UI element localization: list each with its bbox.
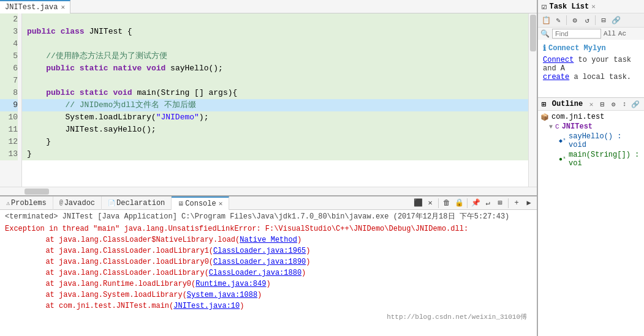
package-name: com.jni.test xyxy=(551,113,604,121)
link-6[interactable]: System.java:1088 xyxy=(187,291,257,299)
connect-mylyn-title: ℹ Connect Mylyn xyxy=(543,43,639,53)
word-wrap-btn[interactable]: ↵ xyxy=(482,198,493,209)
outline-package[interactable]: 📦 com.jni.test xyxy=(539,112,643,122)
method-main-label: main(String[]) : voi xyxy=(569,151,642,168)
display-selected-btn[interactable]: ▶ xyxy=(523,198,534,209)
code-line-7 xyxy=(22,75,528,87)
link-3[interactable]: ClassLoader.java:1890 xyxy=(213,258,306,266)
code-text: } xyxy=(27,148,32,160)
console-output[interactable]: <terminated> JNITest [Java Application] … xyxy=(0,210,537,336)
code-text: ); xyxy=(199,111,209,124)
link-1[interactable]: Native Method xyxy=(240,236,297,244)
outline-toolbar: ⊟ ⚙ ↕ 🔗 xyxy=(597,99,640,109)
declaration-icon: 📄 xyxy=(108,200,115,207)
scroll-lock-btn[interactable]: 🔒 xyxy=(453,198,464,209)
method-static-icon: ◆ˢ xyxy=(559,137,566,144)
link-2[interactable]: ClassLoader.java:1965 xyxy=(213,247,306,255)
stop-btn[interactable]: ⬛ xyxy=(412,198,423,209)
tab-javadoc[interactable]: @ Javadoc xyxy=(53,196,102,210)
console-close-icon[interactable]: ✕ xyxy=(219,200,223,207)
filter-ac-label[interactable]: Ac xyxy=(618,30,626,37)
editor-tab-jnitest[interactable]: JNITest.java ✕ xyxy=(0,0,70,13)
open-console-btn[interactable]: ⊞ xyxy=(494,198,506,209)
method-sayhello-label: sayHello() : void xyxy=(569,132,642,149)
stack-line-7: at com.jni.test.JNITest.main(JNITest.jav… xyxy=(5,301,532,312)
pin-console-btn[interactable]: 📌 xyxy=(470,198,481,209)
console-icon: 🖥 xyxy=(178,200,184,207)
code-line-13: } xyxy=(22,148,528,160)
task-search-input[interactable] xyxy=(552,29,601,39)
link-4[interactable]: ClassLoader.java:1880 xyxy=(209,269,301,277)
method-call: System.loadLibrary( xyxy=(27,111,156,124)
connect-create-text: create a local task. xyxy=(543,73,639,81)
scroll-thumb[interactable] xyxy=(530,15,536,51)
info-icon: ℹ xyxy=(543,43,546,53)
code-line-11: JNITest.sayHello(); xyxy=(22,124,528,136)
line-num-10: 10 xyxy=(0,111,18,124)
line-num-11: 11 xyxy=(0,124,18,136)
method-name: sayHello(); xyxy=(170,62,223,75)
h-scroll-thumb[interactable] xyxy=(25,189,49,195)
link-5[interactable]: Runtime.java:849 xyxy=(195,280,266,288)
line-num-2: 2 xyxy=(0,13,18,26)
task-filter-btn[interactable]: ⚙ xyxy=(569,15,580,26)
code-lines[interactable]: public class JNITest { //使用静态方法只是为了测试方便 … xyxy=(22,13,528,187)
filter-all-label[interactable]: All xyxy=(604,30,616,37)
tab-close-icon[interactable]: ✕ xyxy=(61,3,65,11)
expand-arrow-icon: ▼ xyxy=(549,124,553,130)
tab-declaration[interactable]: 📄 Declaration xyxy=(102,196,172,210)
connect-title-text: Connect Mylyn xyxy=(548,44,606,53)
line-numbers: 2 3 4 5 6 7 8 9 10 11 12 13 xyxy=(0,13,22,187)
watermark-text: http://blog.csdn.net/weixin_31010傅 xyxy=(5,312,532,325)
outline-close-icon[interactable]: ✕ xyxy=(589,100,594,108)
tab-problems-label: Problems xyxy=(11,199,47,207)
keyword: public xyxy=(27,87,75,99)
package-icon: 📦 xyxy=(540,113,549,121)
code-text: JNITest.sayHello(); xyxy=(27,124,156,136)
new-console-btn[interactable]: + xyxy=(511,198,522,209)
outline-class-item[interactable]: ▼ C JNITest xyxy=(539,122,643,132)
outline-collapse-btn[interactable]: ⊟ xyxy=(597,99,607,109)
outline-filter-btn[interactable]: ⚙ xyxy=(608,99,618,109)
code-line-5: //使用静态方法只是为了测试方便 xyxy=(22,50,528,62)
outline-method-main[interactable]: ●ˢ main(String[]) : voi xyxy=(539,150,643,168)
clear-btn[interactable]: 🗑 xyxy=(441,198,452,209)
task-refresh-btn[interactable]: ↺ xyxy=(581,15,593,26)
create-link[interactable]: create xyxy=(543,73,569,81)
outline-sort-btn[interactable]: ↕ xyxy=(619,99,629,109)
horizontal-scrollbar[interactable] xyxy=(0,187,537,195)
outline-method-sayhello[interactable]: ◆ˢ sayHello() : void xyxy=(539,132,643,150)
line-num-8: 8 xyxy=(0,87,18,99)
stack-line-2: at java.lang.ClassLoader.loadLibrary1(Cl… xyxy=(5,245,532,256)
code-line-10: System.loadLibrary("JNIDemo"); xyxy=(22,111,528,124)
tab-javadoc-label: Javadoc xyxy=(64,199,95,207)
comment: //使用静态方法只是为了测试方便 xyxy=(27,50,167,62)
outline-content: 📦 com.jni.test ▼ C JNITest ◆ˢ sayHello()… xyxy=(538,111,644,336)
keyword: public xyxy=(27,26,56,38)
connect-link[interactable]: Connect xyxy=(543,56,574,64)
link-7[interactable]: JNITest.java:10 xyxy=(173,302,240,310)
tab-label: JNITest.java xyxy=(5,3,58,12)
task-list-panel: ☑ Task List ✕ 📋 ✎ ⚙ ↺ ⊟ 🔗 🔍 All Ac ℹ Con… xyxy=(538,0,644,98)
toolbar-sep-3 xyxy=(508,198,509,208)
task-collapse-btn[interactable]: ⊟ xyxy=(598,15,609,26)
task-edit-btn[interactable]: ✎ xyxy=(553,15,564,26)
console-toolbar-right: ⬛ ✕ 🗑 🔒 📌 ↵ ⊞ + ▶ xyxy=(412,198,537,209)
search-icon: 🔍 xyxy=(540,29,550,39)
code-line-3: public class JNITest { xyxy=(22,26,528,38)
line-num-12: 12 xyxy=(0,136,18,148)
outline-link-btn[interactable]: 🔗 xyxy=(631,99,640,109)
task-list-close-icon[interactable]: ✕ xyxy=(591,2,596,10)
line-num-6: 6 xyxy=(0,62,18,75)
line-num-5: 5 xyxy=(0,50,18,62)
editor-scrollbar[interactable] xyxy=(528,13,537,187)
tab-problems[interactable]: ⚠ Problems xyxy=(0,196,53,210)
task-new-btn[interactable]: 📋 xyxy=(540,15,551,26)
task-list-icon: ☑ xyxy=(542,1,547,12)
main-editor-area: JNITest.java ✕ 2 3 4 5 6 7 8 9 10 11 12 … xyxy=(0,0,537,336)
line-num-4: 4 xyxy=(0,38,18,50)
remove-btn[interactable]: ✕ xyxy=(425,198,436,209)
stack-line-1: at java.lang.ClassLoader$NativeLibrary.l… xyxy=(5,234,532,245)
tab-console[interactable]: 🖥 Console ✕ xyxy=(172,196,229,210)
task-link-btn[interactable]: 🔗 xyxy=(610,15,621,26)
